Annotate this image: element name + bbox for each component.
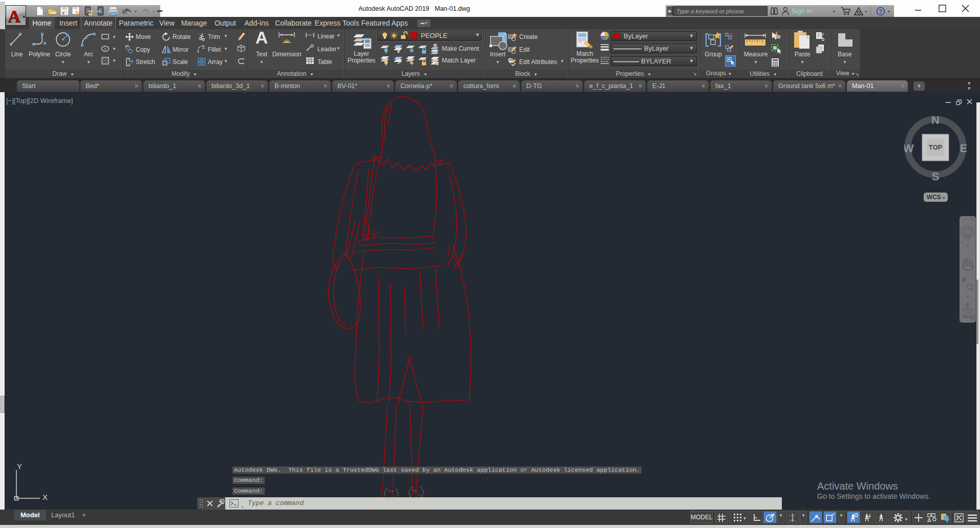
svg-text:X: X <box>42 493 48 501</box>
svg-text:?: ? <box>879 8 883 14</box>
svg-text:E: E <box>960 142 967 155</box>
svg-text:S: S <box>932 170 940 183</box>
svg-text:N: N <box>931 116 940 126</box>
svg-text:Y: Y <box>17 462 22 471</box>
svg-text:TOP: TOP <box>929 143 943 151</box>
svg-text:W: W <box>904 142 914 155</box>
